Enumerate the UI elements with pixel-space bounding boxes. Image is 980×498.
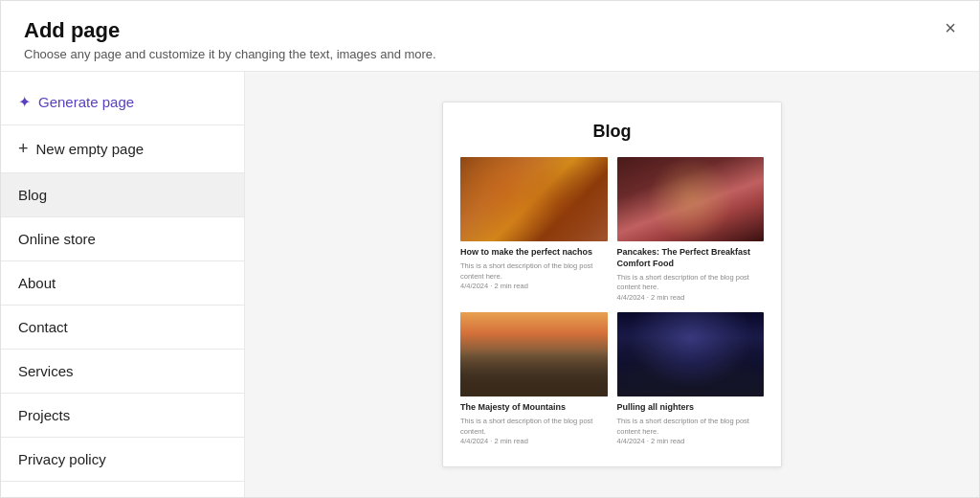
post-title-pancakes: Pancakes: The Perfect Breakfast Comfort … [617, 247, 765, 269]
dialog-title: Add page [24, 18, 436, 43]
preview-post-pancakes: Pancakes: The Perfect Breakfast Comfort … [617, 157, 765, 303]
dialog-body: ✦ Generate page + New empty page BlogOnl… [1, 72, 979, 497]
generate-page-item[interactable]: ✦ Generate page [1, 79, 244, 125]
sidebar-item-privacy-policy[interactable]: Privacy policy [1, 438, 244, 482]
preview-area: Blog How to make the perfect nachosThis … [245, 72, 979, 497]
preview-post-night: Pulling all nightersThis is a short desc… [617, 312, 765, 446]
post-meta-night: This is a short description of the blog … [617, 417, 765, 437]
new-empty-label: New empty page [36, 141, 145, 157]
post-image-nachos [460, 157, 608, 241]
post-image-mountains [460, 312, 608, 396]
post-date-nachos: 4/4/2024 · 2 min read [460, 282, 608, 292]
preview-post-mountains: The Majesty of MountainsThis is a short … [460, 312, 608, 446]
title-area: Add page Choose any page and customize i… [24, 18, 436, 61]
post-date-night: 4/4/2024 · 2 min read [617, 437, 765, 447]
post-title-mountains: The Majesty of Mountains [460, 402, 608, 414]
sidebar-item-services[interactable]: Services [1, 350, 244, 394]
post-date-mountains: 4/4/2024 · 2 min read [460, 437, 608, 447]
sidebar-item-about[interactable]: About [1, 261, 244, 306]
post-image-pancakes [617, 157, 765, 241]
sidebar-item-online-store[interactable]: Online store [1, 217, 244, 261]
sidebar-scroll[interactable]: ✦ Generate page + New empty page BlogOnl… [1, 72, 244, 497]
generate-page-label: Generate page [38, 94, 134, 110]
dialog-subtitle: Choose any page and customize it by chan… [24, 47, 436, 61]
plus-icon: + [18, 139, 29, 159]
dialog-header: Add page Choose any page and customize i… [1, 1, 979, 72]
sidebar-items-container: BlogOnline storeAboutContactServicesProj… [1, 173, 244, 482]
post-title-night: Pulling all nighters [617, 402, 765, 414]
preview-blog-title: Blog [460, 122, 764, 142]
preview-post-nachos: How to make the perfect nachosThis is a … [460, 157, 608, 303]
post-title-nachos: How to make the perfect nachos [460, 247, 608, 259]
sidebar-item-blog[interactable]: Blog [1, 173, 244, 217]
add-page-dialog: Add page Choose any page and customize i… [0, 0, 980, 498]
sidebar-item-projects[interactable]: Projects [1, 394, 244, 438]
sidebar: ✦ Generate page + New empty page BlogOnl… [1, 72, 245, 497]
preview-card: Blog How to make the perfect nachosThis … [442, 102, 782, 466]
post-meta-mountains: This is a short description of the blog … [460, 417, 608, 437]
sidebar-item-contact[interactable]: Contact [1, 306, 244, 350]
preview-grid: How to make the perfect nachosThis is a … [460, 157, 764, 446]
close-button[interactable]: × [945, 18, 956, 37]
generate-icon: ✦ [18, 93, 31, 111]
post-meta-nachos: This is a short description of the blog … [460, 261, 608, 282]
new-empty-page-item[interactable]: + New empty page [1, 125, 244, 173]
post-meta-pancakes: This is a short description of the blog … [617, 273, 765, 293]
post-date-pancakes: 4/4/2024 · 2 min read [617, 293, 765, 304]
post-image-night [617, 312, 765, 396]
